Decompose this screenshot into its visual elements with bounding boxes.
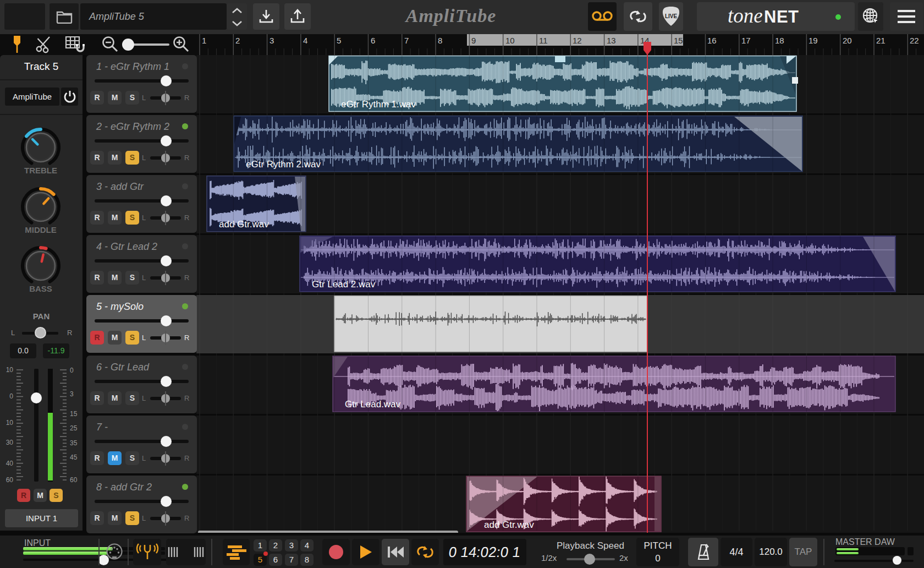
svg-text:10: 10 bbox=[6, 366, 14, 374]
svg-text:1: 1 bbox=[202, 36, 206, 45]
svg-text:Gtr Lead 2.wav: Gtr Lead 2.wav bbox=[312, 279, 376, 290]
svg-text:10: 10 bbox=[6, 419, 14, 427]
svg-text:0: 0 bbox=[70, 367, 74, 374]
svg-text:11: 11 bbox=[539, 36, 548, 45]
svg-text:Gtr Lead.wav: Gtr Lead.wav bbox=[345, 399, 401, 409]
svg-text:4: 4 bbox=[303, 36, 307, 45]
svg-text:18: 18 bbox=[775, 36, 784, 45]
svg-text:3: 3 bbox=[70, 390, 74, 398]
svg-text:40: 40 bbox=[6, 460, 14, 467]
svg-text:22: 22 bbox=[910, 36, 919, 45]
svg-text:21: 21 bbox=[876, 36, 886, 45]
svg-text:MIDDLE: MIDDLE bbox=[25, 225, 57, 234]
svg-text:30: 30 bbox=[6, 439, 14, 446]
svg-text:5: 5 bbox=[337, 36, 341, 45]
svg-text:45: 45 bbox=[70, 454, 78, 461]
svg-text:6: 6 bbox=[371, 36, 375, 45]
svg-text:13: 13 bbox=[607, 36, 616, 45]
svg-text:17: 17 bbox=[741, 36, 751, 45]
svg-text:60: 60 bbox=[6, 476, 14, 484]
svg-text:add Gtr.wav: add Gtr.wav bbox=[219, 219, 269, 230]
svg-text:3: 3 bbox=[270, 36, 274, 45]
svg-text:16: 16 bbox=[707, 36, 717, 45]
svg-text:7: 7 bbox=[404, 36, 409, 45]
svg-text:35: 35 bbox=[70, 439, 78, 447]
svg-text:TREBLE: TREBLE bbox=[24, 166, 57, 175]
svg-text:eGtr Rythm 2.wav: eGtr Rythm 2.wav bbox=[246, 159, 321, 170]
svg-text:LIVE: LIVE bbox=[665, 13, 678, 19]
svg-text:eGtr Rythm 1.wav: eGtr Rythm 1.wav bbox=[341, 99, 416, 110]
svg-text:9: 9 bbox=[471, 36, 476, 45]
svg-text:15: 15 bbox=[674, 36, 683, 45]
svg-text:2: 2 bbox=[235, 36, 240, 45]
svg-text:60: 60 bbox=[70, 476, 78, 484]
svg-text:add Gtr.wav: add Gtr.wav bbox=[484, 520, 534, 530]
svg-text:8: 8 bbox=[438, 36, 442, 45]
svg-text:10: 10 bbox=[505, 36, 515, 45]
svg-text:19: 19 bbox=[809, 36, 818, 45]
svg-text:20: 20 bbox=[843, 36, 852, 45]
svg-text:BASS: BASS bbox=[29, 284, 52, 293]
svg-text:25: 25 bbox=[70, 424, 78, 432]
svg-text:0: 0 bbox=[9, 392, 13, 400]
svg-text:15: 15 bbox=[70, 410, 78, 418]
svg-text:12: 12 bbox=[573, 36, 582, 45]
